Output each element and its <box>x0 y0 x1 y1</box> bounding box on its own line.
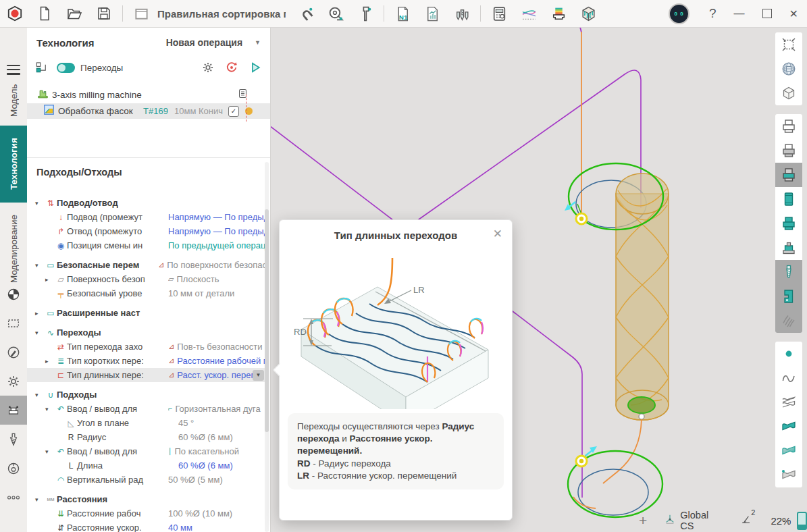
caliper-icon[interactable] <box>355 3 376 24</box>
chevron-right-icon[interactable]: ▸ <box>45 358 55 365</box>
param-row[interactable]: ▸≣Тип коротких пере:⊿Расстояние рабочей … <box>27 354 266 368</box>
simulation-icon[interactable] <box>577 3 599 24</box>
param-row[interactable]: ↱Отвод (промежутоНапрямую — По предыдущ <box>27 224 266 238</box>
cs-label[interactable]: Global CS <box>680 510 719 531</box>
magnet-icon[interactable] <box>295 3 317 24</box>
param-row[interactable]: ▾∿Переходы <box>27 325 266 340</box>
tool-library-icon[interactable] <box>451 3 473 24</box>
transitions-toggle[interactable] <box>57 63 75 73</box>
contrast-icon[interactable] <box>0 280 27 309</box>
chevron-down-icon[interactable]: ▼ <box>255 39 261 46</box>
param-value[interactable]: ⌐Горизонтальная дуга <box>168 404 266 414</box>
chevron-down-icon[interactable]: ▾ <box>35 200 45 207</box>
param-value[interactable]: ⊿Пов-ть безопасности <box>168 342 266 352</box>
chevron-down-icon[interactable]: ▾ <box>35 392 45 398</box>
chevron-down-icon[interactable]: ▾ <box>45 406 55 413</box>
coordinate-system-icon[interactable] <box>663 512 677 529</box>
param-value[interactable]: Напрямую — По предыдущ <box>168 212 266 222</box>
param-row[interactable]: RРадиус60 %Ø (6 мм) <box>27 430 266 444</box>
notes-icon[interactable] <box>237 88 249 102</box>
param-row[interactable]: ◉Позиция смены инПо предыдущей операции <box>27 238 266 252</box>
maximize-button[interactable] <box>762 9 772 18</box>
param-value[interactable]: 100 %Ø (10 мм) <box>168 508 266 518</box>
param-value[interactable]: 60 %Ø (6 мм) <box>178 460 266 471</box>
report-icon[interactable] <box>421 3 443 24</box>
param-row[interactable]: ▾▭Безопасные перем⊿По поверхности безопа… <box>27 258 266 272</box>
param-value[interactable]: ⊿По поверхности безопас <box>158 260 266 270</box>
more-icon[interactable] <box>0 483 27 512</box>
add-cs-button[interactable]: + <box>639 512 647 529</box>
new-file-icon[interactable] <box>34 3 55 24</box>
param-value[interactable]: Напрямую — По предыдущ <box>168 226 266 236</box>
chevron-down-icon[interactable]: ▾ <box>35 329 45 336</box>
surfaces-icon[interactable] <box>775 390 802 415</box>
node-point[interactable] <box>639 414 644 419</box>
probe-icon[interactable] <box>0 454 27 483</box>
workpiece-outline-icon[interactable] <box>775 114 802 138</box>
param-row[interactable]: ▾↶Ввод / вывод для∣По касательной <box>27 444 266 458</box>
menu-icon[interactable] <box>7 62 20 77</box>
pen-icon[interactable] <box>0 338 27 367</box>
start-marker-bottom[interactable] <box>576 446 597 467</box>
param-row[interactable]: ▾∪Подходы <box>27 388 266 402</box>
param-row[interactable]: ⇵Расстояние ускор.40 мм <box>27 521 266 532</box>
machine-node[interactable]: 3-axis milling machine <box>27 86 270 103</box>
param-row[interactable]: ▾↶Ввод / вывод для⌐Горизонтальная дуга <box>27 402 266 416</box>
help-button[interactable]: ? <box>709 6 717 21</box>
iso-view-icon[interactable] <box>775 81 802 105</box>
marquee-icon[interactable] <box>0 309 27 338</box>
chevron-right-icon[interactable]: ▸ <box>35 310 45 317</box>
close-button[interactable]: ✕ <box>789 7 798 20</box>
new-operation-button[interactable]: Новая операция <box>166 37 242 48</box>
chevron-down-icon[interactable]: ▾ <box>45 448 55 455</box>
workpiece-solid-icon[interactable] <box>775 211 802 236</box>
chevron-down-icon[interactable]: ▾ <box>35 262 45 269</box>
param-value[interactable]: 10 мм от детали <box>168 288 266 298</box>
param-row[interactable]: ▸▱Поверхность безоп▱Плоскость <box>27 272 266 286</box>
param-row[interactable]: ⊏Тип длинных пере:⊿Расст. ускор. переме▼ <box>27 368 266 382</box>
gear-icon[interactable] <box>0 367 27 396</box>
param-value[interactable]: По предыдущей операции <box>168 240 266 250</box>
param-value[interactable]: 45 ° <box>178 418 266 428</box>
param-row[interactable]: ⇄Тип перехода захо⊿Пов-ть безопасности <box>27 340 266 354</box>
param-row[interactable]: LДлина60 %Ø (6 мм) <box>27 458 266 473</box>
minimize-button[interactable]: — <box>734 7 745 20</box>
param-row[interactable]: ◺Угол в плане45 ° <box>27 416 266 430</box>
toolpath-hatch-icon[interactable] <box>775 309 802 333</box>
angle-decimals-button[interactable]: 2 <box>739 512 753 529</box>
point-icon[interactable] <box>775 342 802 366</box>
workpiece-gray-icon[interactable] <box>775 138 802 163</box>
param-row[interactable]: ↓Подвод (промежутНапрямую — По предыдущ <box>27 210 266 224</box>
param-row[interactable]: ╤Безопасный урове10 мм от детали <box>27 286 266 300</box>
open-folder-icon[interactable] <box>63 3 85 24</box>
dropdown-button[interactable]: ▼ <box>253 370 264 381</box>
param-value[interactable]: ⊿Расст. ускор. переме <box>168 370 253 380</box>
param-row[interactable]: ⇊Расстояние рабоч100 %Ø (10 мм) <box>27 506 266 521</box>
close-icon[interactable]: ✕ <box>493 228 502 240</box>
param-value[interactable]: 40 мм <box>168 523 266 532</box>
fixture-icon[interactable] <box>775 236 802 260</box>
param-row[interactable]: ▸▭Расширенные наст <box>27 306 266 320</box>
assistant-bot-icon[interactable]: 0 0 <box>669 3 689 24</box>
gcode-program-icon[interactable]: N1 <box>392 3 413 24</box>
surface-teal-icon[interactable] <box>775 415 802 439</box>
layers-icon[interactable] <box>548 3 569 24</box>
param-row[interactable]: ◠Вертикальный рад50 %Ø (5 мм) <box>27 473 266 487</box>
run-simulation-icon[interactable] <box>246 59 264 76</box>
workpiece-teal-icon[interactable] <box>775 163 802 187</box>
param-value[interactable]: ⊿Расстояние рабочей под <box>168 356 266 366</box>
cylinder-icon[interactable] <box>775 187 802 211</box>
tab-Модель[interactable]: Модель <box>0 78 27 123</box>
globe-icon[interactable] <box>775 57 802 81</box>
workpiece-arrows-icon[interactable] <box>0 396 27 425</box>
chevron-right-icon[interactable]: ▸ <box>45 276 55 283</box>
logo-icon[interactable] <box>4 3 26 24</box>
param-value[interactable]: 50 %Ø (5 мм) <box>168 475 266 485</box>
curve-icon[interactable] <box>775 366 802 390</box>
param-value[interactable]: ∣По касательной <box>168 446 266 456</box>
param-value[interactable]: 60 %Ø (6 мм) <box>178 432 266 442</box>
param-value[interactable]: ▱Плоскость <box>168 274 266 284</box>
process-flow-icon[interactable] <box>32 59 50 76</box>
fit-view-icon[interactable] <box>775 32 802 57</box>
operation-settings-icon[interactable] <box>199 59 217 76</box>
